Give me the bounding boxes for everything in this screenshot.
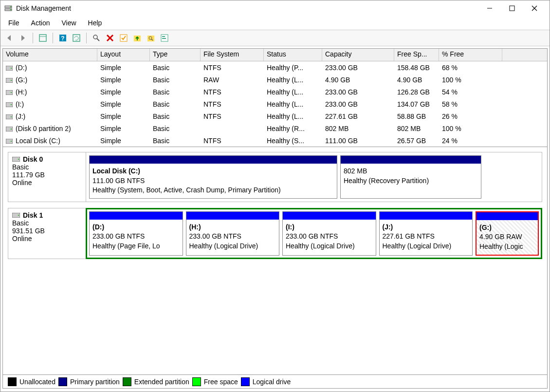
col-status[interactable]: Status (264, 49, 322, 61)
svg-point-26 (11, 68, 12, 69)
menu-action[interactable]: Action (28, 17, 53, 29)
volume-list[interactable]: (D:)SimpleBasicNTFSHealthy (P...233.00 G… (3, 61, 547, 147)
col-capacity[interactable]: Capacity (322, 49, 394, 61)
delete-icon[interactable] (104, 32, 116, 44)
partition-d[interactable]: (D:)233.00 GB NTFSHealthy (Page File, Lo (89, 211, 183, 256)
svg-point-2 (10, 6, 11, 7)
svg-point-40 (18, 159, 19, 160)
partition-h[interactable]: (H:)233.00 GB NTFSHealthy (Logical Drive… (186, 211, 280, 256)
volume-list-header: Volume Layout Type File System Status Ca… (3, 49, 547, 61)
svg-point-13 (93, 35, 97, 39)
legend: Unallocated Primary partition Extended p… (3, 374, 547, 388)
menu-file[interactable]: File (5, 17, 22, 29)
menubar: File Action View Help (0, 16, 550, 30)
col-layout[interactable]: Layout (97, 49, 150, 61)
volume-row[interactable]: (Disk 0 partition 2)SimpleBasicHealthy (… (3, 122, 547, 134)
refresh-icon[interactable] (71, 32, 82, 44)
svg-rect-24 (162, 38, 166, 39)
menu-view[interactable]: View (58, 17, 79, 29)
svg-rect-23 (162, 36, 165, 37)
close-button[interactable] (523, 0, 546, 16)
disk-info-0[interactable]: Disk 0 Basic 111.79 GB Online (8, 152, 86, 202)
volume-row[interactable]: Local Disk (C:)SimpleBasicNTFSHealthy (S… (3, 134, 547, 147)
back-button[interactable] (3, 32, 15, 44)
volume-row[interactable]: (H:)SimpleBasicNTFSHealthy (L...233.00 G… (3, 86, 547, 98)
toolbar: ? (0, 30, 550, 46)
volume-row[interactable]: (D:)SimpleBasicNTFSHealthy (P...233.00 G… (3, 61, 547, 74)
check-icon[interactable] (118, 32, 129, 44)
svg-line-14 (97, 38, 99, 41)
app-icon (4, 4, 12, 12)
svg-point-3 (10, 9, 11, 10)
maximize-button[interactable] (501, 0, 523, 16)
titlebar: Disk Management (0, 0, 550, 16)
col-percent-free[interactable]: % Free (439, 49, 502, 61)
svg-point-30 (11, 92, 12, 93)
svg-rect-8 (39, 35, 46, 41)
svg-text:?: ? (61, 35, 64, 42)
upload-icon[interactable] (131, 32, 143, 44)
svg-point-28 (11, 80, 12, 81)
partition-recovery[interactable]: 802 MB Healthy (Recovery Partition) (340, 155, 481, 199)
svg-point-38 (11, 141, 12, 142)
col-type[interactable]: Type (150, 49, 201, 61)
svg-point-34 (11, 116, 12, 117)
search-icon[interactable] (145, 32, 157, 44)
rescan-icon[interactable] (91, 32, 102, 44)
svg-rect-5 (510, 6, 514, 11)
minimize-button[interactable] (478, 0, 501, 16)
partition-g-selected[interactable]: (G:)4.90 GB RAWHealthy (Logic (476, 211, 539, 256)
help-icon[interactable]: ? (57, 32, 69, 44)
volume-row[interactable]: (I:)SimpleBasicNTFSHealthy (L...233.00 G… (3, 98, 547, 110)
volume-row[interactable]: (J:)SimpleBasicNTFSHealthy (L...227.61 G… (3, 110, 547, 122)
partition-j[interactable]: (J:)227.61 GB NTFSHealthy (Logical Drive… (379, 211, 473, 256)
col-filesystem[interactable]: File System (201, 49, 264, 61)
svg-point-42 (18, 215, 19, 216)
window-title: Disk Management (16, 4, 478, 12)
svg-point-36 (11, 129, 12, 130)
col-free-space[interactable]: Free Sp... (394, 49, 439, 61)
forward-button[interactable] (17, 32, 29, 44)
partition-c[interactable]: Local Disk (C:) 111.00 GB NTFS Healthy (… (89, 155, 337, 199)
volume-row[interactable]: (G:)SimpleBasicRAWHealthy (L...4.90 GB4.… (3, 74, 547, 86)
disk-info-1[interactable]: Disk 1 Basic 931.51 GB Online (8, 208, 86, 259)
partition-i[interactable]: (I:)233.00 GB NTFSHealthy (Logical Drive… (282, 211, 376, 256)
properties-icon[interactable] (37, 32, 49, 44)
settings-icon[interactable] (159, 32, 170, 44)
col-volume[interactable]: Volume (3, 49, 97, 61)
svg-point-32 (11, 104, 12, 105)
menu-help[interactable]: Help (85, 17, 105, 29)
